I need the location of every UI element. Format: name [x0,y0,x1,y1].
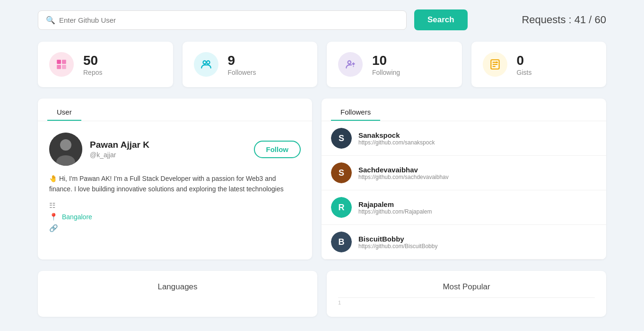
follower-url: https://github.com/Rajapalem [358,208,432,215]
follow-button[interactable]: Follow [254,141,301,158]
follower-info: Rajapalem https://github.com/Rajapalem [358,200,432,215]
following-icon [338,52,363,77]
user-handle: @k_ajjar [90,151,246,159]
chart-number: 1 [338,297,595,305]
panels-row: User Pawan Ajjar K @k_ajjar [38,98,606,259]
user-meta: ☷ 📍 Bangalore 🔗 [49,201,301,233]
company-icon: ☷ [49,201,55,210]
meta-location: 📍 Bangalore [49,213,301,221]
follower-avatar: S [331,128,352,149]
stat-card-followers[interactable]: 9 Followers [183,42,318,87]
followers-list: S Sanakspock https://github.com/sanakspo… [322,121,606,259]
stats-row: 50 Repos 9 Followers [38,42,606,87]
list-item[interactable]: R Rajapalem https://github.com/Rajapalem [322,190,606,225]
stat-card-repos[interactable]: 50 Repos [38,42,173,87]
avatar-circle: R [331,197,352,218]
gists-info: 0 Gists [517,53,532,76]
avatar-circle: S [331,128,352,149]
user-info: Pawan Ajjar K @k_ajjar [90,140,246,159]
gists-number: 0 [517,53,532,69]
meta-company: ☷ [49,201,301,210]
search-box: 🔍 [38,10,407,30]
gists-icon [483,52,507,77]
following-label: Following [372,69,400,76]
user-panel-header: User [38,98,312,121]
svg-rect-3 [62,65,66,69]
follower-url: https://github.com/sanakspock [358,139,435,146]
tab-user[interactable]: User [47,104,81,121]
search-input[interactable] [59,16,399,24]
user-card: Pawan Ajjar K @k_ajjar Follow 🤚 Hi, I'm … [38,121,312,244]
requests-label: Requests : 41 / 60 [522,14,606,26]
svg-rect-0 [57,60,61,64]
follower-name: Rajapalem [358,200,432,208]
follower-info: Sachdevavaibhav https://github.com/sachd… [358,166,449,180]
followers-number: 9 [228,53,256,69]
repos-number: 50 [83,53,102,69]
following-number: 10 [372,53,400,69]
follower-avatar: S [331,162,352,183]
gists-label: Gists [517,69,532,76]
stat-card-gists[interactable]: 0 Gists [471,42,607,87]
followers-icon [194,52,218,77]
followers-label: Followers [228,69,256,76]
follower-url: https://github.com/BiscuitBobby [358,243,437,250]
following-info: 10 Following [372,53,400,76]
followers-panel: Followers S Sanakspock https://github.co… [322,98,606,259]
svg-point-12 [60,139,71,151]
avatar-circle: B [331,232,352,252]
repos-info: 50 Repos [83,53,102,76]
search-button[interactable]: Search [414,9,468,30]
svg-point-7 [353,66,354,67]
link-icon: 🔗 [49,224,58,233]
repos-icon [49,52,74,77]
follower-url: https://github.com/sachdevavaibhav [358,174,449,180]
avatar-circle: S [331,162,352,183]
most-popular-panel: Most Popular 1 [327,271,606,317]
followers-info: 9 Followers [228,53,256,76]
repos-label: Repos [83,69,102,76]
bottom-row: Languages Most Popular 1 [38,271,606,317]
user-name: Pawan Ajjar K [90,140,246,150]
svg-point-5 [207,61,210,64]
list-item[interactable]: S Sachdevavaibhav https://github.com/sac… [322,156,606,190]
languages-panel: Languages [38,271,317,317]
avatar [49,133,82,166]
user-bio: 🤚 Hi, I'm Pawan AK! I'm a Full Stack Dev… [49,173,301,195]
meta-link: 🔗 [49,224,301,233]
top-bar: 🔍 Search Requests : 41 / 60 [38,9,606,30]
follower-name: Sachdevavaibhav [358,166,449,174]
svg-rect-2 [57,65,61,69]
stat-card-following[interactable]: 10 Following [327,42,462,87]
follower-info: Sanakspock https://github.com/sanakspock [358,131,435,146]
svg-rect-1 [62,60,66,64]
most-popular-title: Most Popular [338,282,595,292]
follower-name: Sanakspock [358,131,435,139]
search-icon: 🔍 [46,16,55,25]
user-top: Pawan Ajjar K @k_ajjar Follow [49,133,301,166]
location-icon: 📍 [49,213,58,221]
tab-followers[interactable]: Followers [331,104,380,121]
svg-point-6 [348,61,351,64]
follower-name: BiscuitBobby [358,235,437,243]
follower-avatar: R [331,197,352,218]
follower-info: BiscuitBobby https://github.com/BiscuitB… [358,235,437,250]
list-item[interactable]: S Sanakspock https://github.com/sanakspo… [322,121,606,156]
list-item[interactable]: B BiscuitBobby https://github.com/Biscui… [322,225,606,259]
svg-point-4 [203,61,206,64]
languages-title: Languages [49,282,306,292]
user-panel: User Pawan Ajjar K @k_ajjar [38,98,312,259]
follower-avatar: B [331,232,352,252]
followers-panel-header: Followers [322,98,606,121]
location-text: Bangalore [62,213,92,221]
